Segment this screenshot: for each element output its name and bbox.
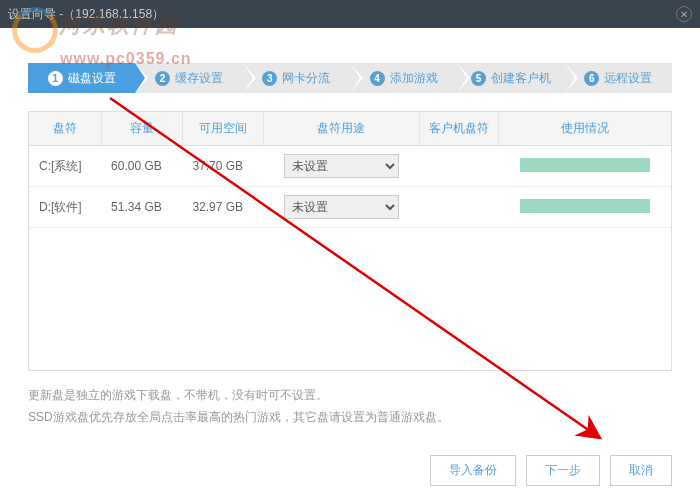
step-number: 4 (370, 71, 385, 86)
footer-buttons: 导入备份 下一步 取消 (430, 455, 672, 486)
step-nic-split[interactable]: 3 网卡分流 (243, 63, 350, 93)
cell-purpose: 未设置 (264, 187, 419, 228)
next-button[interactable]: 下一步 (526, 455, 600, 486)
cell-free: 32.97 GB (182, 187, 263, 228)
cancel-button[interactable]: 取消 (610, 455, 672, 486)
disk-table: 盘符 容量 可用空间 盘符用途 客户机盘符 使用情况 C:[系统] 60.00 … (29, 112, 671, 228)
wizard-steps: 1 磁盘设置 2 缓存设置 3 网卡分流 4 添加游戏 5 创建客户机 6 远程… (28, 63, 672, 93)
step-number: 1 (48, 71, 63, 86)
close-icon: ✕ (680, 9, 688, 20)
help-notes: 更新盘是独立的游戏下载盘，不带机，没有时可不设置。 SSD游戏盘优先存放全局点击… (28, 385, 672, 428)
col-drive: 盘符 (29, 112, 101, 146)
usage-bar (520, 199, 650, 213)
cell-client (419, 187, 498, 228)
col-usage: 使用情况 (498, 112, 671, 146)
window-title: 设置向导 -（192.168.1.158） (8, 6, 164, 23)
col-capacity: 容量 (101, 112, 182, 146)
col-free: 可用空间 (182, 112, 263, 146)
step-number: 2 (155, 71, 170, 86)
table-header-row: 盘符 容量 可用空间 盘符用途 客户机盘符 使用情况 (29, 112, 671, 146)
cell-total: 60.00 GB (101, 146, 182, 187)
table-row: D:[软件] 51.34 GB 32.97 GB 未设置 (29, 187, 671, 228)
step-number: 6 (584, 71, 599, 86)
close-button[interactable]: ✕ (676, 6, 692, 22)
cell-purpose: 未设置 (264, 146, 419, 187)
note-line-1: 更新盘是独立的游戏下载盘，不带机，没有时可不设置。 (28, 385, 672, 407)
cell-total: 51.34 GB (101, 187, 182, 228)
titlebar: 设置向导 -（192.168.1.158） ✕ (0, 0, 700, 28)
col-client-drive: 客户机盘符 (419, 112, 498, 146)
titlebar-title: 设置向导 -（192.168.1.158） (8, 6, 164, 23)
import-backup-button[interactable]: 导入备份 (430, 455, 516, 486)
purpose-select[interactable]: 未设置 (284, 195, 399, 219)
cell-drive: C:[系统] (29, 146, 101, 187)
table-row: C:[系统] 60.00 GB 37.70 GB 未设置 (29, 146, 671, 187)
step-label: 创建客户机 (491, 70, 551, 87)
cell-free: 37.70 GB (182, 146, 263, 187)
step-label: 缓存设置 (175, 70, 223, 87)
step-add-games[interactable]: 4 添加游戏 (350, 63, 457, 93)
purpose-select[interactable]: 未设置 (284, 154, 399, 178)
step-number: 5 (471, 71, 486, 86)
cell-usage (498, 146, 671, 187)
step-disk-settings[interactable]: 1 磁盘设置 (28, 63, 135, 93)
step-label: 远程设置 (604, 70, 652, 87)
cell-drive: D:[软件] (29, 187, 101, 228)
step-cache-settings[interactable]: 2 缓存设置 (135, 63, 242, 93)
step-label: 磁盘设置 (68, 70, 116, 87)
disk-table-container: 盘符 容量 可用空间 盘符用途 客户机盘符 使用情况 C:[系统] 60.00 … (28, 111, 672, 371)
note-line-2: SSD游戏盘优先存放全局点击率最高的热门游戏，其它盘请设置为普通游戏盘。 (28, 407, 672, 429)
usage-bar (520, 158, 650, 172)
step-number: 3 (262, 71, 277, 86)
step-label: 网卡分流 (282, 70, 330, 87)
cell-client (419, 146, 498, 187)
step-create-clients[interactable]: 5 创建客户机 (457, 63, 564, 93)
col-purpose: 盘符用途 (264, 112, 419, 146)
step-remote-settings[interactable]: 6 远程设置 (565, 63, 672, 93)
cell-usage (498, 187, 671, 228)
step-label: 添加游戏 (390, 70, 438, 87)
